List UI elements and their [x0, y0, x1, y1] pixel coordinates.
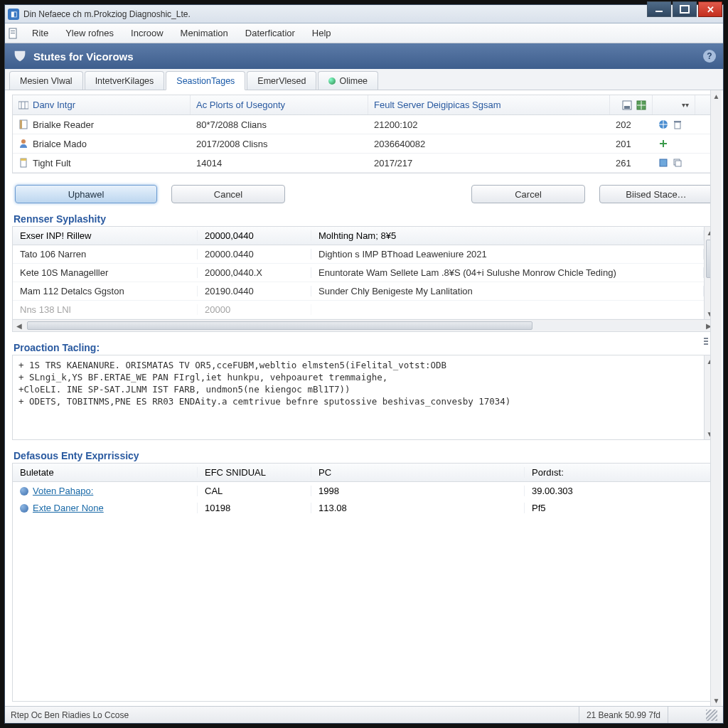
table-row[interactable]: Tato 106 Narren20000.0440Dightion s IMP … [13, 245, 704, 264]
svg-rect-21 [660, 159, 667, 166]
section-defasous-title: Defasous Enty Exprrissicy [12, 447, 716, 463]
table-row[interactable]: Kete 10S Managelller20000,0440.XEnuntora… [13, 264, 704, 282]
table-row[interactable]: Voten Pahapo: CAL 1998 39.00.303 [13, 482, 715, 499]
table-row[interactable]: Brialce Mado 2017/2008 Clisns 2036640082… [13, 134, 715, 154]
svg-rect-15 [674, 121, 681, 122]
globe-small-icon[interactable] [658, 119, 668, 129]
item-bullet-icon [20, 504, 28, 513]
copy-icon[interactable] [673, 158, 682, 168]
columns-icon [18, 100, 28, 110]
svg-rect-14 [675, 122, 680, 129]
splitter-handle[interactable] [703, 336, 709, 393]
rennser-grid: Exser INP! Rillew 20000,0440 Molhting Na… [13, 227, 704, 319]
col-acplorts[interactable]: Ac Plorts of Usegonty [191, 95, 368, 114]
svg-rect-3 [18, 102, 28, 109]
col-exser[interactable]: Exser INP! Rillew [13, 230, 198, 241]
link-voten[interactable]: Voten Pahapo: [33, 486, 93, 496]
person-icon [18, 139, 28, 149]
svg-rect-23 [675, 161, 681, 166]
defasous-grid: Buletate EFC SNIDUAL PC Pordıst: Voten P… [13, 464, 715, 516]
svg-point-16 [21, 139, 26, 144]
tab-olimee[interactable]: Olimee [318, 71, 378, 90]
help-icon[interactable]: ? [703, 50, 716, 63]
disk-icon[interactable] [658, 158, 668, 168]
menubar: Rite Ylew rofnes Incroow Menimation Date… [5, 23, 723, 43]
status-left: Rtep Oc Ben Riadies Lo Ccose [11, 710, 129, 720]
statusbar: Rtep Oc Ben Riadies Lo Ccose 21 Beank 50… [5, 706, 723, 723]
header-shield-icon [12, 48, 28, 64]
menu-item-daterficatior[interactable]: Daterficatior [237, 25, 304, 41]
trash-icon[interactable] [673, 119, 682, 129]
svg-rect-7 [624, 106, 630, 109]
menu-item-rite[interactable]: Rite [23, 25, 57, 41]
content-area: Danv Intgr Ac Plorts of Usegonty Feult S… [5, 90, 723, 706]
top-grid-header: Danv Intgr Ac Plorts of Usegonty Feult S… [13, 95, 715, 115]
col-molhting[interactable]: Molhting Nam; 8¥5 [311, 230, 704, 241]
col-fault[interactable]: Feult Server Deigipicas Sgsam [368, 95, 610, 114]
page-scrollbar[interactable]: ▲ ▼ [710, 90, 722, 706]
col-pc[interactable]: PC [311, 467, 525, 478]
col-actions-a [610, 95, 653, 114]
tab-seastion[interactable]: SeastionTages [166, 71, 245, 90]
table-row[interactable]: Tight Fult 14014 2017/217 261 [13, 154, 715, 173]
tab-mesien[interactable]: Mesien Vlwal [9, 71, 83, 90]
window-minimize-button[interactable] [647, 1, 671, 17]
scroll-up-icon[interactable]: ▲ [711, 90, 722, 102]
top-grid: Danv Intgr Ac Plorts of Usegonty Feult S… [12, 95, 716, 173]
page-header: Stutes for Vicorows ? [5, 43, 723, 69]
col-actions-b[interactable]: ▾▾ [653, 95, 695, 114]
menu-item-incroow[interactable]: Incroow [122, 25, 172, 41]
tabbar: Mesien Vlwal IntetverKilages SeastionTag… [5, 69, 723, 90]
svg-rect-2 [11, 33, 15, 33]
uphawel-button[interactable]: Uphawel [15, 185, 157, 203]
doc-icon [18, 158, 28, 168]
table-row[interactable]: Exte Daner None 10198 113.08 Pf5 [13, 499, 715, 516]
menu-item-help[interactable]: Help [304, 25, 340, 41]
svg-rect-18 [660, 143, 667, 144]
titlebar: ◧ Din Nefaece ch m.Prokziog Diagnoshic_L… [5, 5, 723, 23]
window-close-button[interactable] [698, 1, 722, 17]
hscroll-thumb[interactable] [27, 321, 532, 330]
horizontal-scrollbar[interactable]: ◀ ▶ [12, 320, 716, 332]
col-danv[interactable]: Danv Intgr [13, 95, 191, 114]
chevron-down-icon[interactable]: ▾▾ [682, 101, 689, 109]
section-rennser-title: Rennser Syplashity [12, 210, 716, 226]
table-row[interactable]: Brialke Reader 80*7/2088 Clians 21200:10… [13, 115, 715, 134]
app-icon: ◧ [8, 9, 19, 20]
tab-intetver[interactable]: IntetverKilages [85, 71, 165, 90]
button-row: Uphawel Cancel Carcel Biised Stace… [12, 181, 716, 203]
menu-item-menimation[interactable]: Menimation [172, 25, 237, 41]
col-20000[interactable]: 20000,0440 [198, 230, 311, 241]
resize-grip-icon[interactable] [706, 710, 717, 721]
table-icon[interactable] [636, 100, 646, 110]
globe-icon [328, 77, 336, 85]
status-right: 21 Beank 50.99 7fd [579, 707, 668, 723]
section-proaction-title: Proaction Tacling: [12, 339, 716, 355]
tab-emer[interactable]: EmerVlesed [247, 71, 316, 90]
window-title: Din Nefaece ch m.Prokziog Diagnoshic_Lte… [23, 9, 191, 19]
item-bullet-icon [20, 487, 28, 496]
plus-icon[interactable] [658, 139, 668, 149]
menu-doc-icon [8, 28, 19, 39]
table-row[interactable]: Mam 112 Detalcs Ggston20190.0440Sunder C… [13, 282, 704, 301]
window-maximize-button[interactable] [673, 1, 697, 17]
scroll-left-icon[interactable]: ◀ [13, 322, 26, 330]
col-efc[interactable]: EFC SNIDUAL [198, 467, 311, 478]
table-row[interactable]: Nns 138 LNl20000 [13, 301, 704, 319]
svg-rect-1 [11, 31, 15, 31]
svg-rect-12 [20, 120, 22, 129]
biised-stace-button[interactable]: Biised Stace… [599, 185, 713, 203]
link-exte[interactable]: Exte Daner None [33, 503, 104, 513]
cancel-button-2[interactable]: Carcel [471, 185, 585, 203]
log-output: + 1S TRS KAENANURE. ORISMATAS TV OR5,cce… [13, 355, 704, 439]
svg-rect-20 [21, 159, 26, 161]
cancel-button-1[interactable]: Cancel [171, 185, 285, 203]
save-icon[interactable] [622, 100, 632, 110]
scroll-down-icon[interactable]: ▼ [711, 695, 722, 706]
col-buletate[interactable]: Buletate [13, 467, 198, 478]
menu-item-ylew[interactable]: Ylew rofnes [57, 25, 122, 41]
page-title: Stutes for Vicorows [33, 50, 134, 63]
book-icon [18, 119, 28, 129]
col-pordist[interactable]: Pordıst: [525, 467, 715, 478]
